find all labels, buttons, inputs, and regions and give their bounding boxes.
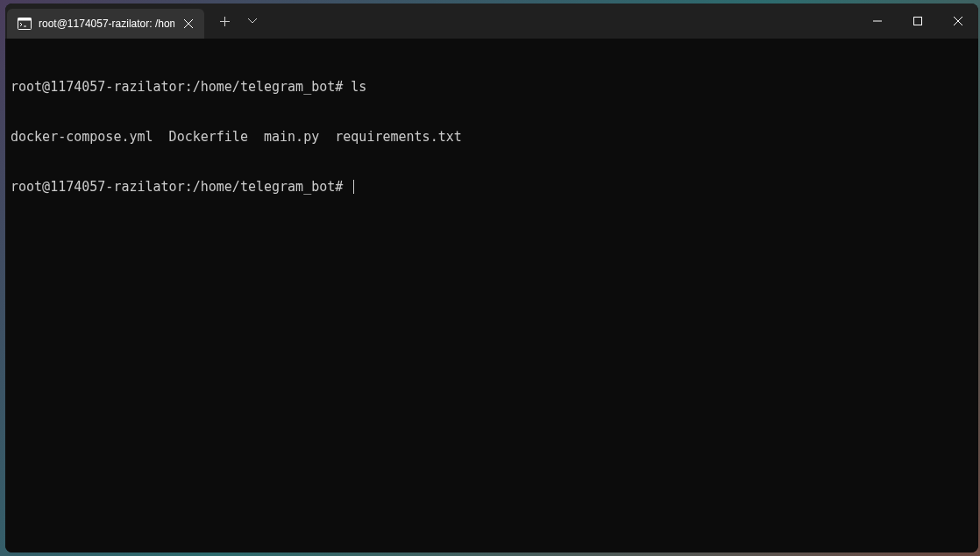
command-text: ls [351,79,366,95]
terminal-line: root@1174057-razilator:/home/telegram_bo… [11,179,973,196]
terminal-icon [18,17,32,31]
svg-rect-1 [18,18,32,21]
titlebar[interactable]: root@1174057-razilator: /hom [5,4,978,39]
tab-dropdown-button[interactable] [239,8,266,34]
terminal-output-line: docker-compose.yml Dockerfile main.py re… [11,129,973,146]
titlebar-drag-area[interactable] [266,4,857,39]
cursor [353,180,354,194]
prompt: root@1174057-razilator:/home/telegram_bo… [11,79,343,95]
tabbar-actions [204,4,266,39]
prompt: root@1174057-razilator:/home/telegram_bo… [11,179,343,195]
minimize-button[interactable] [857,4,898,39]
terminal-window: root@1174057-razilator: /hom [5,4,978,552]
output-text: docker-compose.yml Dockerfile main.py re… [11,129,462,146]
terminal-tab[interactable]: root@1174057-razilator: /hom [7,9,204,39]
terminal-line: root@1174057-razilator:/home/telegram_bo… [11,79,973,96]
new-tab-button[interactable] [211,8,238,34]
maximize-button[interactable] [898,4,938,39]
window-controls [857,4,978,39]
terminal-content[interactable]: root@1174057-razilator:/home/telegram_bo… [5,39,978,552]
tab-title: root@1174057-razilator: /hom [39,18,174,30]
close-window-button[interactable] [938,4,978,39]
svg-rect-8 [914,18,922,25]
tab-close-button[interactable] [181,17,195,31]
